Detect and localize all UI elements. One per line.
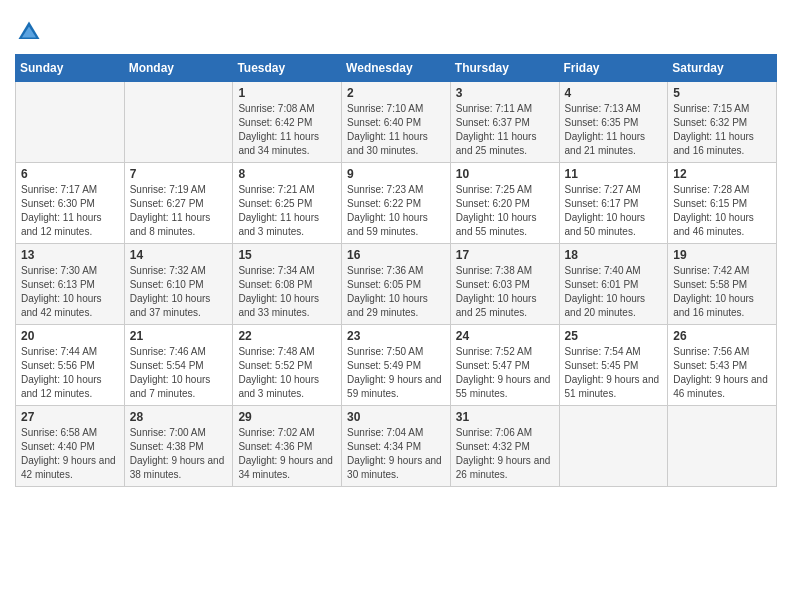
cell-sun-info: Sunrise: 7:34 AMSunset: 6:08 PMDaylight:… (238, 264, 336, 320)
calendar-cell: 9Sunrise: 7:23 AMSunset: 6:22 PMDaylight… (342, 163, 451, 244)
calendar-cell: 5Sunrise: 7:15 AMSunset: 6:32 PMDaylight… (668, 82, 777, 163)
calendar-cell: 23Sunrise: 7:50 AMSunset: 5:49 PMDayligh… (342, 325, 451, 406)
day-number: 12 (673, 167, 771, 181)
cell-sun-info: Sunrise: 7:00 AMSunset: 4:38 PMDaylight:… (130, 426, 228, 482)
cell-sun-info: Sunrise: 7:36 AMSunset: 6:05 PMDaylight:… (347, 264, 445, 320)
day-number: 23 (347, 329, 445, 343)
calendar-cell: 28Sunrise: 7:00 AMSunset: 4:38 PMDayligh… (124, 406, 233, 487)
day-number: 15 (238, 248, 336, 262)
calendar-cell: 25Sunrise: 7:54 AMSunset: 5:45 PMDayligh… (559, 325, 668, 406)
cell-sun-info: Sunrise: 7:40 AMSunset: 6:01 PMDaylight:… (565, 264, 663, 320)
calendar-cell: 31Sunrise: 7:06 AMSunset: 4:32 PMDayligh… (450, 406, 559, 487)
calendar-cell (124, 82, 233, 163)
day-number: 11 (565, 167, 663, 181)
day-number: 9 (347, 167, 445, 181)
calendar-cell (16, 82, 125, 163)
cell-sun-info: Sunrise: 7:17 AMSunset: 6:30 PMDaylight:… (21, 183, 119, 239)
calendar-week-row: 20Sunrise: 7:44 AMSunset: 5:56 PMDayligh… (16, 325, 777, 406)
calendar-body: 1Sunrise: 7:08 AMSunset: 6:42 PMDaylight… (16, 82, 777, 487)
calendar-cell: 29Sunrise: 7:02 AMSunset: 4:36 PMDayligh… (233, 406, 342, 487)
calendar-cell: 30Sunrise: 7:04 AMSunset: 4:34 PMDayligh… (342, 406, 451, 487)
weekday-header: Sunday (16, 55, 125, 82)
calendar-week-row: 6Sunrise: 7:17 AMSunset: 6:30 PMDaylight… (16, 163, 777, 244)
calendar-cell: 4Sunrise: 7:13 AMSunset: 6:35 PMDaylight… (559, 82, 668, 163)
page-container: SundayMondayTuesdayWednesdayThursdayFrid… (0, 0, 792, 502)
cell-sun-info: Sunrise: 7:19 AMSunset: 6:27 PMDaylight:… (130, 183, 228, 239)
weekday-header: Thursday (450, 55, 559, 82)
cell-sun-info: Sunrise: 7:21 AMSunset: 6:25 PMDaylight:… (238, 183, 336, 239)
day-number: 17 (456, 248, 554, 262)
calendar-cell: 21Sunrise: 7:46 AMSunset: 5:54 PMDayligh… (124, 325, 233, 406)
cell-sun-info: Sunrise: 7:30 AMSunset: 6:13 PMDaylight:… (21, 264, 119, 320)
day-number: 24 (456, 329, 554, 343)
calendar-cell: 14Sunrise: 7:32 AMSunset: 6:10 PMDayligh… (124, 244, 233, 325)
cell-sun-info: Sunrise: 7:15 AMSunset: 6:32 PMDaylight:… (673, 102, 771, 158)
cell-sun-info: Sunrise: 7:23 AMSunset: 6:22 PMDaylight:… (347, 183, 445, 239)
day-number: 31 (456, 410, 554, 424)
calendar-cell: 18Sunrise: 7:40 AMSunset: 6:01 PMDayligh… (559, 244, 668, 325)
weekday-header: Monday (124, 55, 233, 82)
day-number: 30 (347, 410, 445, 424)
cell-sun-info: Sunrise: 7:52 AMSunset: 5:47 PMDaylight:… (456, 345, 554, 401)
cell-sun-info: Sunrise: 7:54 AMSunset: 5:45 PMDaylight:… (565, 345, 663, 401)
cell-sun-info: Sunrise: 7:28 AMSunset: 6:15 PMDaylight:… (673, 183, 771, 239)
day-number: 2 (347, 86, 445, 100)
cell-sun-info: Sunrise: 7:42 AMSunset: 5:58 PMDaylight:… (673, 264, 771, 320)
calendar-cell: 6Sunrise: 7:17 AMSunset: 6:30 PMDaylight… (16, 163, 125, 244)
calendar-cell: 3Sunrise: 7:11 AMSunset: 6:37 PMDaylight… (450, 82, 559, 163)
calendar-cell: 1Sunrise: 7:08 AMSunset: 6:42 PMDaylight… (233, 82, 342, 163)
calendar-cell: 11Sunrise: 7:27 AMSunset: 6:17 PMDayligh… (559, 163, 668, 244)
weekday-header: Tuesday (233, 55, 342, 82)
day-number: 21 (130, 329, 228, 343)
cell-sun-info: Sunrise: 7:56 AMSunset: 5:43 PMDaylight:… (673, 345, 771, 401)
calendar-cell (668, 406, 777, 487)
day-number: 13 (21, 248, 119, 262)
day-number: 26 (673, 329, 771, 343)
day-number: 7 (130, 167, 228, 181)
calendar-week-row: 1Sunrise: 7:08 AMSunset: 6:42 PMDaylight… (16, 82, 777, 163)
calendar-cell: 20Sunrise: 7:44 AMSunset: 5:56 PMDayligh… (16, 325, 125, 406)
calendar-cell: 12Sunrise: 7:28 AMSunset: 6:15 PMDayligh… (668, 163, 777, 244)
calendar-cell: 24Sunrise: 7:52 AMSunset: 5:47 PMDayligh… (450, 325, 559, 406)
day-number: 20 (21, 329, 119, 343)
day-number: 16 (347, 248, 445, 262)
day-number: 29 (238, 410, 336, 424)
day-number: 27 (21, 410, 119, 424)
calendar-cell (559, 406, 668, 487)
day-number: 19 (673, 248, 771, 262)
calendar-cell: 8Sunrise: 7:21 AMSunset: 6:25 PMDaylight… (233, 163, 342, 244)
day-number: 5 (673, 86, 771, 100)
day-number: 25 (565, 329, 663, 343)
calendar-week-row: 27Sunrise: 6:58 AMSunset: 4:40 PMDayligh… (16, 406, 777, 487)
logo-icon (15, 18, 43, 46)
cell-sun-info: Sunrise: 7:13 AMSunset: 6:35 PMDaylight:… (565, 102, 663, 158)
calendar-cell: 16Sunrise: 7:36 AMSunset: 6:05 PMDayligh… (342, 244, 451, 325)
cell-sun-info: Sunrise: 7:02 AMSunset: 4:36 PMDaylight:… (238, 426, 336, 482)
cell-sun-info: Sunrise: 7:06 AMSunset: 4:32 PMDaylight:… (456, 426, 554, 482)
cell-sun-info: Sunrise: 7:25 AMSunset: 6:20 PMDaylight:… (456, 183, 554, 239)
day-number: 3 (456, 86, 554, 100)
cell-sun-info: Sunrise: 7:46 AMSunset: 5:54 PMDaylight:… (130, 345, 228, 401)
cell-sun-info: Sunrise: 7:11 AMSunset: 6:37 PMDaylight:… (456, 102, 554, 158)
calendar-cell: 26Sunrise: 7:56 AMSunset: 5:43 PMDayligh… (668, 325, 777, 406)
calendar-cell: 19Sunrise: 7:42 AMSunset: 5:58 PMDayligh… (668, 244, 777, 325)
day-number: 8 (238, 167, 336, 181)
calendar-cell: 27Sunrise: 6:58 AMSunset: 4:40 PMDayligh… (16, 406, 125, 487)
cell-sun-info: Sunrise: 7:27 AMSunset: 6:17 PMDaylight:… (565, 183, 663, 239)
cell-sun-info: Sunrise: 7:32 AMSunset: 6:10 PMDaylight:… (130, 264, 228, 320)
calendar-cell: 22Sunrise: 7:48 AMSunset: 5:52 PMDayligh… (233, 325, 342, 406)
calendar-header: SundayMondayTuesdayWednesdayThursdayFrid… (16, 55, 777, 82)
day-number: 10 (456, 167, 554, 181)
cell-sun-info: Sunrise: 7:50 AMSunset: 5:49 PMDaylight:… (347, 345, 445, 401)
calendar-table: SundayMondayTuesdayWednesdayThursdayFrid… (15, 54, 777, 487)
cell-sun-info: Sunrise: 7:38 AMSunset: 6:03 PMDaylight:… (456, 264, 554, 320)
cell-sun-info: Sunrise: 7:04 AMSunset: 4:34 PMDaylight:… (347, 426, 445, 482)
calendar-cell: 17Sunrise: 7:38 AMSunset: 6:03 PMDayligh… (450, 244, 559, 325)
page-header (15, 10, 777, 46)
calendar-week-row: 13Sunrise: 7:30 AMSunset: 6:13 PMDayligh… (16, 244, 777, 325)
day-number: 28 (130, 410, 228, 424)
weekday-header: Wednesday (342, 55, 451, 82)
calendar-cell: 7Sunrise: 7:19 AMSunset: 6:27 PMDaylight… (124, 163, 233, 244)
day-number: 6 (21, 167, 119, 181)
calendar-cell: 2Sunrise: 7:10 AMSunset: 6:40 PMDaylight… (342, 82, 451, 163)
